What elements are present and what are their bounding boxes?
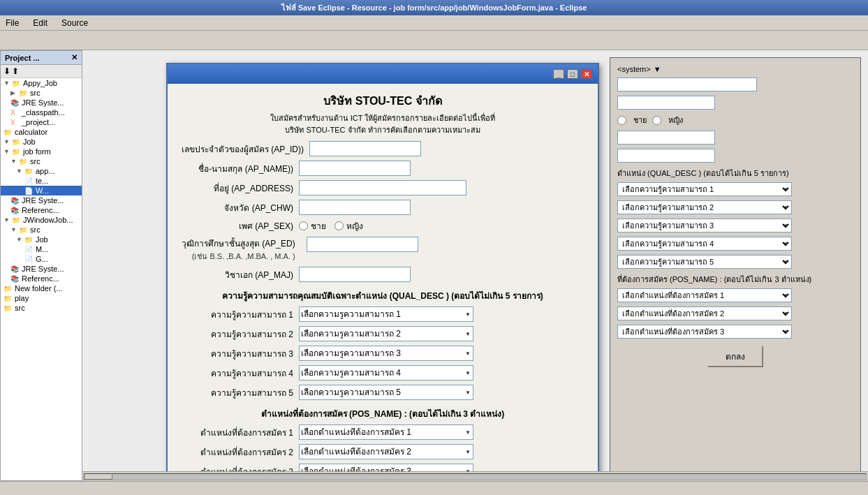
tree-item[interactable]: 📄 M... — [1, 244, 82, 254]
status-bar — [0, 481, 868, 495]
menu-edit[interactable]: Edit — [30, 17, 50, 29]
qual-select-5[interactable]: เลือกความรูความสามารถ 5 — [299, 385, 473, 400]
bg-radio-male[interactable] — [617, 116, 626, 125]
bg-qual-select-3[interactable]: เลือกความรู้ความสามารถ 3 — [617, 219, 792, 232]
ap-ed-label: วุฒิการศึกษาชั้นสูงสุด (AP_ED) — [182, 239, 295, 249]
tree-item[interactable]: X _project... — [1, 117, 82, 127]
qual-select-3[interactable]: เลือกความรูความสามารถ 3 — [299, 346, 473, 361]
tree-item[interactable]: 📚 JRE Syste... — [1, 264, 82, 274]
ap-id-input[interactable] — [309, 141, 421, 156]
tree-item[interactable]: 📁 New folder (... — [1, 283, 82, 293]
dialog-window: _ □ ✕ บริษัท STOU-TEC จำกัด ใบสมัครสำหรั… — [166, 63, 599, 495]
ap-chw-input[interactable] — [299, 200, 411, 215]
bg-qual-select-5[interactable]: เลือกความรู้ความสามารถ 5 — [617, 255, 792, 269]
bg-pos-select-3[interactable]: เลือกตำแหน่งที่ต้องการสมัคร 3 — [617, 325, 792, 339]
tree-item[interactable]: ▼ 📁 Appy_Job — [1, 78, 82, 88]
qual-select-1[interactable]: เลือกความรูความสามารถ 1 — [299, 306, 473, 322]
bg-input-2[interactable] — [617, 96, 715, 110]
close-button[interactable]: ✕ — [581, 69, 592, 79]
tree-item[interactable]: 📚 Referenc... — [1, 205, 82, 215]
ap-sex-male-option[interactable]: ชาย — [299, 219, 326, 232]
menu-source[interactable]: Source — [59, 17, 91, 29]
qual-select-4[interactable]: เลือกความรูความสามารถ 4 — [299, 365, 473, 381]
ap-maj-input[interactable] — [299, 267, 411, 282]
editor-area: <system> ▼ ชาย หญิง ตำแหน่ง (QUAL_DESC )… — [82, 50, 868, 481]
tree-item[interactable]: 📚 Referenc... — [1, 274, 82, 283]
qual-row-1: ความรู้ความสามารถ 1 เลือกความรูความสามาร… — [182, 306, 584, 322]
tree-item[interactable]: X _classpath... — [1, 108, 82, 117]
ap-name-input[interactable] — [299, 161, 411, 176]
bg-input-4[interactable] — [617, 149, 715, 163]
tree-item[interactable]: 📁 calculator — [1, 127, 82, 137]
tree-label: src — [30, 89, 41, 97]
ap-ed-row: วุฒิการศึกษาชั้นสูงสุด (AP_ED) (เช่น B.S… — [182, 237, 584, 263]
scrollbar-thumb[interactable] — [84, 474, 112, 480]
ap-address-input[interactable] — [299, 180, 466, 195]
tree-item[interactable]: 📄 G... — [1, 254, 82, 264]
bg-male-label: ชาย — [633, 114, 647, 126]
tree-label: New folder (... — [15, 284, 62, 293]
panel-header: Project ... ✕ — [1, 51, 82, 65]
tree-item[interactable]: ▼ 📁 JWindowJob... — [1, 215, 82, 225]
title-bar: ไฟล์ Save Eclipse - Resource - job form/… — [0, 0, 868, 15]
bg-qual-select-4[interactable]: เลือกความรู้ความสามารถ 4 — [617, 237, 792, 251]
tree-label: src — [30, 226, 41, 234]
ap-ed-input[interactable] — [307, 237, 418, 252]
tree-label: W... — [36, 186, 49, 195]
horizontal-scrollbar[interactable] — [82, 471, 868, 481]
ap-sex-male-radio[interactable] — [299, 221, 308, 230]
tree-item[interactable]: ▼ 📁 app... — [1, 166, 82, 176]
tree-item[interactable]: 📚 JRE Syste... — [1, 195, 82, 205]
tree-item[interactable]: ▶ 📁 src — [1, 88, 82, 98]
toolbar: Quick Access ⊞ ✱ ⊕ CVS ▶ — [0, 31, 868, 50]
tree-label: M... — [36, 245, 48, 253]
pos-select-2[interactable]: เลือกตำแหน่งที่ต้องการสมัคร 2 — [299, 444, 473, 459]
tree-item[interactable]: ▼ 📁 job form — [1, 147, 82, 156]
menu-file[interactable]: File — [3, 17, 22, 29]
dialog-subtitle1: ใบสมัครสำหรับงานด้าน ICT ให้ผู้สมัครกรอก… — [182, 112, 584, 124]
panel-close-icon[interactable]: ✕ — [71, 53, 78, 62]
tree-item[interactable]: ▼ 📁 src — [1, 156, 82, 166]
bg-pos-select-1[interactable]: เลือกตำแหน่งที่ต้องการสมัคร 1 — [617, 288, 792, 302]
tree-item[interactable]: 📚 JRE Syste... — [1, 98, 82, 108]
bg-radio-female[interactable] — [652, 116, 661, 125]
tree-item[interactable]: 📄 W... — [1, 186, 82, 195]
tree-toolbar-icon2[interactable]: ⬆ — [12, 66, 19, 76]
tree-label: G... — [36, 255, 48, 263]
ap-sex-label: เพศ (AP_SEX) — [182, 219, 293, 232]
tree-item[interactable]: 📁 play — [1, 293, 82, 303]
menu-bar: File Edit Source — [0, 15, 868, 31]
tree-item[interactable]: 📄 te... — [1, 176, 82, 186]
maximize-button[interactable]: □ — [567, 69, 578, 79]
dropdown-arrow-icon[interactable]: ▼ — [654, 65, 661, 73]
qual-select-2[interactable]: เลือกความรูความสามารถ 2 — [299, 326, 473, 341]
qual-label-4: ความรู้ความสามารถ 4 — [182, 367, 293, 380]
ap-name-row: ชื่อ-นามสกุล (AP_NAME)) — [182, 161, 584, 176]
bg-pos-select-2[interactable]: เลือกตำแหน่งที่ต้องการสมัคร 2 — [617, 306, 792, 320]
minimize-button[interactable]: _ — [553, 69, 564, 79]
tree-item[interactable]: 📁 src — [1, 303, 82, 313]
ap-chw-row: จังหวัด (AP_CHW) — [182, 200, 584, 215]
bg-input-1[interactable] — [617, 77, 757, 91]
tree-label: JRE Syste... — [22, 265, 64, 273]
bg-qual-select-2[interactable]: เลือกความรู้ความสามารถ 2 — [617, 200, 792, 214]
ap-sex-female-option[interactable]: หญิง — [334, 219, 363, 232]
tree-toolbar-icon1[interactable]: ⬇ — [3, 66, 10, 76]
expand-icon: ▼ — [3, 80, 10, 87]
expand-icon: ▶ — [10, 89, 17, 96]
ap-sex-row: เพศ (AP_SEX) ชาย หญิง — [182, 219, 584, 232]
ap-address-row: ที่อยู่ (AP_ADDRESS) — [182, 180, 584, 195]
bg-qual-select-1[interactable]: เลือกความรู้ความสามารถ 1 — [617, 182, 792, 196]
ap-sex-female-radio[interactable] — [334, 221, 344, 230]
qual-row-3: ความรู้ความสามารถ 3 เลือกความรูความสามาร… — [182, 346, 584, 361]
tree-label: calculator — [15, 128, 47, 136]
bg-input-3[interactable] — [617, 131, 715, 145]
pos-section-title: ตำแหน่งที่ต้องการสมัคร (POS_NAME) : (ตอบ… — [182, 407, 584, 420]
tree-item[interactable]: ▼ 📁 Job — [1, 137, 82, 147]
pos-select-1[interactable]: เลือกตำแหน่งที่ต้องการสมัคร 1 — [299, 424, 473, 440]
bg-ok-button[interactable]: ตกลง — [707, 346, 763, 367]
tree-item[interactable]: ▼ 📁 src — [1, 225, 82, 235]
scrollbar-track[interactable] — [84, 473, 867, 480]
tree-item[interactable]: ▼ 📁 Job — [1, 235, 82, 244]
dialog-titlebar: _ □ ✕ — [168, 64, 598, 84]
